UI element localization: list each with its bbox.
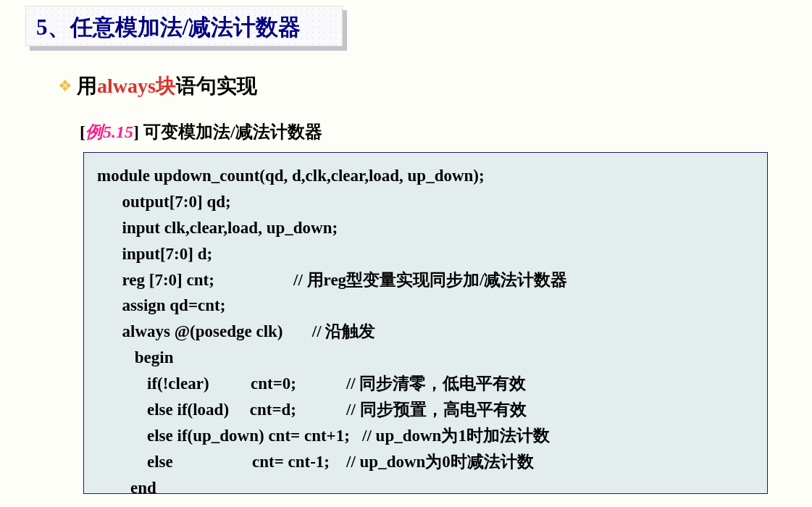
example-label-row: [例5.15] 可变模加法/减法计数器 (80, 120, 812, 143)
example-number: 例5.15 (85, 122, 133, 141)
code-line: output[7:0] qd; (97, 189, 754, 215)
slide-title-container: 5、任意模加法/减法计数器 (25, 6, 343, 46)
code-line: begin (97, 345, 754, 371)
code-line: else cnt= cnt-1; // up_down为0时减法计数 (97, 449, 754, 475)
code-line: else if(up_down) cnt= cnt+1; // up_down为… (97, 423, 754, 449)
code-line: input clk,clear,load, up_down; (97, 215, 754, 241)
bracket-open: [ (80, 122, 85, 141)
code-line: always @(posedge clk) // 沿触发 (97, 319, 754, 345)
subtitle-suffix: 语句实现 (176, 72, 257, 100)
bracket-close: ] (133, 122, 139, 141)
code-line: reg [7:0] cnt; // 用reg型变量实现同步加/减法计数器 (97, 267, 754, 293)
example-desc: 可变模加法/减法计数器 (139, 122, 322, 141)
slide-title: 5、任意模加法/减法计数器 (25, 6, 343, 46)
subtitle: ❖ 用 always块 语句实现 (58, 72, 812, 100)
code-line: end (97, 475, 754, 501)
code-line: else if(load) cnt=d; // 同步预置，高电平有效 (97, 397, 754, 423)
code-block: module updown_count(qd, d,clk,clear,load… (83, 152, 768, 494)
code-line: assign qd=cnt; (97, 293, 754, 319)
diamond-bullet-icon: ❖ (58, 77, 72, 96)
code-line: input[7:0] d; (97, 241, 754, 267)
subtitle-prefix: 用 (77, 72, 97, 100)
code-line: if(!clear) cnt=0; // 同步清零，低电平有效 (97, 371, 754, 397)
subtitle-keyword: always块 (97, 72, 176, 100)
code-line: module updown_count(qd, d,clk,clear,load… (97, 163, 754, 189)
